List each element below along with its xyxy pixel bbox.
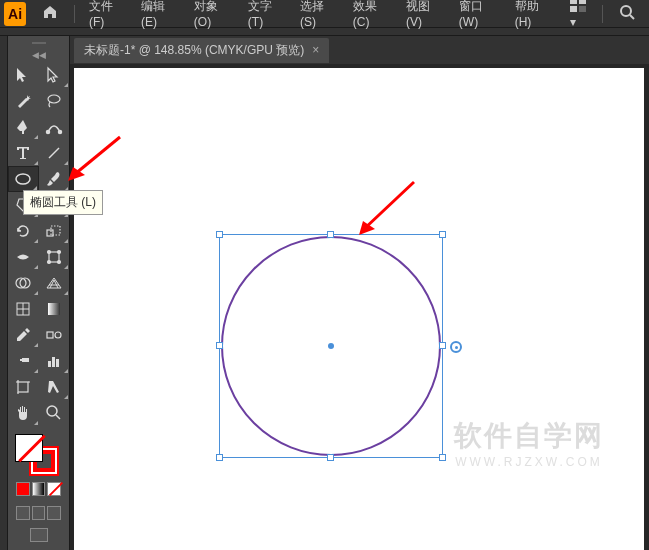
home-icon[interactable] — [42, 4, 58, 23]
menu-separator — [74, 5, 75, 23]
svg-point-17 — [57, 261, 60, 264]
svg-rect-24 — [47, 332, 53, 338]
arrange-documents-icon[interactable]: ▾ — [570, 0, 586, 29]
document-title: 未标题-1* @ 148.85% (CMYK/GPU 预览) — [84, 42, 304, 59]
color-swatches — [8, 430, 69, 550]
resize-handle[interactable] — [216, 231, 223, 238]
fill-swatch[interactable] — [15, 434, 43, 462]
menu-edit[interactable]: 编辑(E) — [133, 0, 186, 29]
direct-selection-tool[interactable] — [39, 62, 70, 88]
document-tabs: 未标题-1* @ 148.85% (CMYK/GPU 预览) × — [70, 36, 649, 64]
svg-line-9 — [49, 148, 59, 158]
draw-normal[interactable] — [16, 506, 30, 520]
hand-tool[interactable] — [8, 400, 39, 426]
search-icon[interactable] — [619, 4, 635, 23]
artboard-tool[interactable] — [8, 374, 39, 400]
color-mode-none[interactable] — [47, 482, 61, 496]
collapse-toggle[interactable]: ◀◀ — [8, 50, 69, 60]
column-graph-tool[interactable] — [39, 348, 70, 374]
left-edge — [0, 36, 8, 550]
gradient-tool[interactable] — [39, 296, 70, 322]
tool-tooltip: 椭圆工具 (L) — [23, 190, 103, 215]
svg-rect-27 — [52, 357, 55, 367]
svg-point-25 — [55, 332, 61, 338]
resize-handle[interactable] — [439, 342, 446, 349]
svg-rect-11 — [47, 230, 53, 236]
resize-handle[interactable] — [439, 231, 446, 238]
magic-wand-tool[interactable] — [8, 88, 39, 114]
close-tab-icon[interactable]: × — [312, 43, 319, 57]
menu-file[interactable]: 文件(F) — [81, 0, 133, 29]
color-mode-gradient[interactable] — [32, 482, 46, 496]
svg-line-38 — [75, 137, 120, 174]
selection-tool[interactable] — [8, 62, 39, 88]
width-tool[interactable] — [8, 244, 39, 270]
svg-point-14 — [47, 251, 50, 254]
live-shape-widget[interactable] — [450, 341, 462, 353]
watermark-line2: WWW.RJZXW.COM — [454, 455, 604, 469]
annotation-arrow — [349, 177, 419, 240]
type-tool[interactable] — [8, 140, 39, 166]
draw-inside[interactable] — [47, 506, 61, 520]
resize-handle[interactable] — [327, 454, 334, 461]
menu-view[interactable]: 视图(V) — [398, 0, 451, 29]
ellipse-tool[interactable] — [8, 166, 39, 192]
mesh-tool[interactable] — [8, 296, 39, 322]
svg-rect-13 — [49, 252, 59, 262]
svg-rect-2 — [570, 6, 577, 12]
menu-separator — [602, 5, 603, 23]
svg-point-16 — [47, 261, 50, 264]
annotation-arrow — [60, 129, 130, 192]
svg-line-35 — [56, 415, 60, 419]
svg-point-15 — [57, 251, 60, 254]
resize-handle[interactable] — [439, 454, 446, 461]
control-bar — [0, 28, 649, 36]
rotate-tool[interactable] — [8, 218, 39, 244]
menu-text[interactable]: 文字(T) — [240, 0, 292, 29]
svg-marker-37 — [359, 221, 375, 235]
menu-window[interactable]: 窗口(W) — [451, 0, 507, 29]
menu-object[interactable]: 对象(O) — [186, 0, 240, 29]
svg-rect-23 — [48, 303, 60, 315]
resize-handle[interactable] — [216, 342, 223, 349]
svg-point-34 — [47, 406, 57, 416]
scale-tool[interactable] — [39, 218, 70, 244]
symbol-sprayer-tool[interactable] — [8, 348, 39, 374]
svg-line-36 — [364, 182, 414, 229]
watermark: 软件自学网 WWW.RJZXW.COM — [454, 417, 604, 469]
svg-rect-26 — [48, 361, 51, 367]
perspective-grid-tool[interactable] — [39, 270, 70, 296]
lasso-tool[interactable] — [39, 88, 70, 114]
main-area: ◀◀ — [0, 36, 649, 550]
toolbox: ◀◀ — [8, 36, 70, 550]
workspace: 未标题-1* @ 148.85% (CMYK/GPU 预览) × — [70, 36, 649, 550]
resize-handle[interactable] — [216, 454, 223, 461]
eyedropper-tool[interactable] — [8, 322, 39, 348]
shape-builder-tool[interactable] — [8, 270, 39, 296]
svg-point-10 — [16, 174, 30, 184]
svg-rect-29 — [18, 382, 28, 392]
screen-mode[interactable] — [30, 528, 48, 542]
menu-select[interactable]: 选择(S) — [292, 0, 345, 29]
center-point — [328, 343, 334, 349]
document-tab[interactable]: 未标题-1* @ 148.85% (CMYK/GPU 预览) × — [74, 38, 329, 63]
slice-tool[interactable] — [39, 374, 70, 400]
menu-help[interactable]: 帮助(H) — [507, 0, 560, 29]
artboard[interactable]: 软件自学网 WWW.RJZXW.COM — [74, 68, 644, 550]
canvas-area[interactable]: 软件自学网 WWW.RJZXW.COM — [70, 64, 649, 550]
pen-tool[interactable] — [8, 114, 39, 140]
svg-point-6 — [48, 95, 60, 103]
svg-point-7 — [46, 131, 49, 134]
menu-effect[interactable]: 效果(C) — [345, 0, 398, 29]
color-mode-solid[interactable] — [16, 482, 30, 496]
top-menu-bar: Ai 文件(F) 编辑(E) 对象(O) 文字(T) 选择(S) 效果(C) 视… — [0, 0, 649, 28]
app-logo: Ai — [4, 2, 26, 26]
panel-grip[interactable] — [8, 40, 69, 46]
zoom-tool[interactable] — [39, 400, 70, 426]
svg-rect-0 — [570, 0, 577, 4]
resize-handle[interactable] — [327, 231, 334, 238]
draw-behind[interactable] — [32, 506, 46, 520]
blend-tool[interactable] — [39, 322, 70, 348]
svg-line-5 — [630, 15, 634, 19]
free-transform-tool[interactable] — [39, 244, 70, 270]
